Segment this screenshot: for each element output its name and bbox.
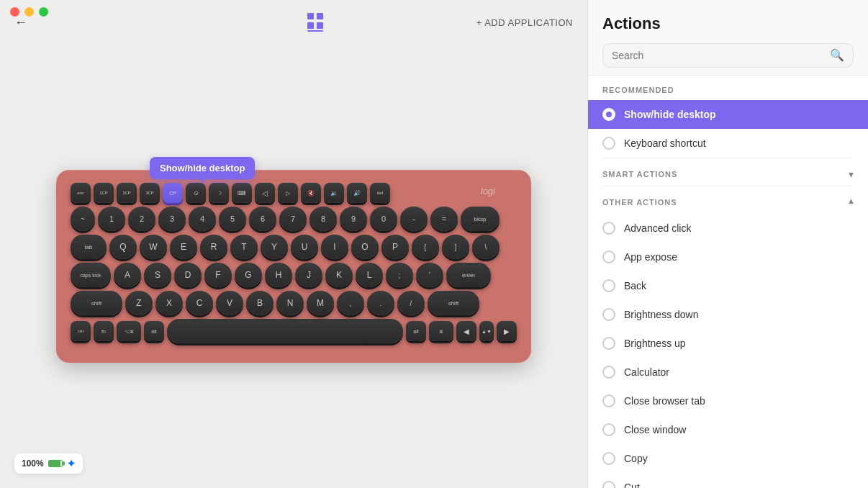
key-6[interactable]: 6: [249, 207, 276, 231]
key-q[interactable]: Q: [109, 235, 137, 259]
smart-actions-section-header[interactable]: SMART ACTIONS ▾: [588, 158, 868, 186]
key-h[interactable]: H: [265, 263, 292, 287]
key-4[interactable]: 4: [189, 207, 216, 231]
key-9[interactable]: 9: [340, 207, 367, 231]
action-back[interactable]: Back: [588, 271, 868, 300]
key-0[interactable]: 0: [370, 207, 397, 231]
recommended-section-header[interactable]: RECOMMENDED: [588, 76, 868, 100]
key-2[interactable]: 2: [128, 207, 155, 231]
key-f2[interactable]: 2CP: [117, 183, 137, 203]
key-w[interactable]: W: [140, 235, 167, 259]
key-minus[interactable]: -: [400, 207, 428, 231]
search-button[interactable]: 🔍: [830, 50, 844, 61]
search-input[interactable]: [612, 50, 824, 61]
key-f7[interactable]: ⌨: [232, 183, 252, 203]
key-8[interactable]: 8: [309, 207, 337, 231]
key-left[interactable]: ◀: [456, 321, 476, 341]
key-f[interactable]: F: [204, 263, 232, 287]
action-close-window[interactable]: Close window: [588, 415, 868, 444]
key-f1[interactable]: 1CP: [94, 183, 114, 203]
key-f5[interactable]: ⊙: [186, 183, 206, 203]
action-keyboard-shortcut[interactable]: Keyboard shortcut: [588, 129, 868, 158]
key-a[interactable]: A: [114, 263, 141, 287]
key-z[interactable]: Z: [125, 291, 153, 315]
action-cut[interactable]: Cut: [588, 473, 868, 488]
key-d[interactable]: D: [174, 263, 202, 287]
key-x[interactable]: X: [155, 291, 183, 315]
key-g[interactable]: G: [235, 263, 262, 287]
minimize-button[interactable]: [24, 7, 34, 17]
key-5[interactable]: 5: [219, 207, 246, 231]
key-v[interactable]: V: [216, 291, 243, 315]
key-alt1[interactable]: alt: [144, 321, 164, 341]
other-actions-section-header[interactable]: OTHER ACTIONS ▾: [588, 186, 868, 214]
key-b[interactable]: B: [246, 291, 273, 315]
grid-view-button[interactable]: [307, 13, 323, 32]
key-backtick[interactable]: ~: [71, 207, 95, 231]
key-lbracket[interactable]: [: [412, 235, 439, 259]
action-close-browser-tab[interactable]: Close browser tab: [588, 387, 868, 415]
key-comma[interactable]: ,: [337, 291, 364, 315]
key-f9[interactable]: ▷: [278, 183, 298, 203]
key-fn[interactable]: fn: [94, 321, 114, 341]
key-c[interactable]: C: [186, 291, 213, 315]
action-show-hide-desktop[interactable]: Show/hide desktop: [588, 100, 868, 129]
fullscreen-button[interactable]: [39, 7, 48, 17]
key-f4[interactable]: CP: [163, 183, 183, 203]
key-f3[interactable]: 3CP: [140, 183, 160, 203]
key-equal[interactable]: =: [430, 207, 458, 231]
action-copy[interactable]: Copy: [588, 444, 868, 473]
action-calculator[interactable]: Calculator: [588, 358, 868, 387]
key-del[interactable]: del: [370, 183, 390, 203]
add-application-button[interactable]: + ADD APPLICATION: [476, 17, 573, 28]
key-cmd2[interactable]: ⌘: [429, 321, 453, 341]
action-brightness-up[interactable]: Brightness up: [588, 329, 868, 358]
key-right[interactable]: ▶: [497, 321, 517, 341]
key-alt2[interactable]: alt: [406, 321, 426, 341]
key-1[interactable]: 1: [98, 207, 125, 231]
key-y[interactable]: Y: [261, 235, 288, 259]
key-r[interactable]: R: [200, 235, 227, 259]
key-backspace[interactable]: bksp: [461, 207, 499, 231]
key-o[interactable]: O: [351, 235, 379, 259]
key-t[interactable]: T: [230, 235, 258, 259]
key-updown[interactable]: ▲▼: [479, 321, 494, 341]
key-backslash[interactable]: \: [472, 235, 499, 259]
action-app-expose[interactable]: App expose: [588, 243, 868, 271]
key-e[interactable]: E: [170, 235, 197, 259]
key-semicolon[interactable]: ;: [386, 263, 413, 287]
key-f12[interactable]: 🔊: [347, 183, 367, 203]
key-7[interactable]: 7: [279, 207, 307, 231]
key-f8[interactable]: ◁: [255, 183, 275, 203]
key-n[interactable]: N: [276, 291, 304, 315]
key-l[interactable]: L: [356, 263, 383, 287]
key-j[interactable]: J: [295, 263, 322, 287]
key-period[interactable]: .: [367, 291, 394, 315]
key-f11[interactable]: 🔉: [324, 183, 344, 203]
close-window-button[interactable]: [10, 7, 19, 17]
action-brightness-down[interactable]: Brightness down: [588, 300, 868, 329]
action-advanced-click[interactable]: Advanced click: [588, 214, 868, 243]
key-ctrl[interactable]: ctrl: [71, 321, 91, 341]
key-space[interactable]: [167, 319, 403, 343]
back-button[interactable]: ←: [14, 15, 27, 30]
key-u[interactable]: U: [291, 235, 318, 259]
key-lshift[interactable]: shift: [71, 291, 122, 315]
key-3[interactable]: 3: [158, 207, 186, 231]
key-f6[interactable]: ☽: [209, 183, 229, 203]
key-capslock[interactable]: caps lock: [71, 263, 111, 287]
key-m[interactable]: M: [307, 291, 334, 315]
key-i[interactable]: I: [321, 235, 348, 259]
key-f10[interactable]: 🔇: [301, 183, 321, 203]
key-cmd1[interactable]: ⌥⌘: [117, 321, 141, 341]
key-slash[interactable]: /: [397, 291, 425, 315]
key-rshift[interactable]: shift: [428, 291, 479, 315]
key-esc[interactable]: esc: [71, 183, 91, 203]
key-s[interactable]: S: [144, 263, 171, 287]
key-p[interactable]: P: [381, 235, 409, 259]
key-tab[interactable]: tab: [71, 235, 107, 259]
key-k[interactable]: K: [325, 263, 353, 287]
key-rbracket[interactable]: ]: [442, 235, 469, 259]
key-quote[interactable]: ': [416, 263, 443, 287]
key-enter[interactable]: enter: [446, 263, 491, 287]
